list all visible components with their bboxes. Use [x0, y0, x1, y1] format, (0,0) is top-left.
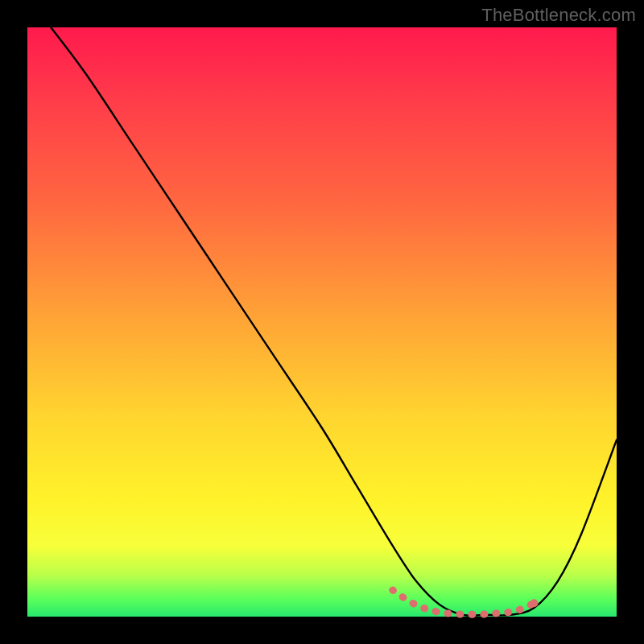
curve-layer — [27, 27, 617, 617]
bottleneck-curve — [51, 27, 617, 616]
sweet-spot-marker — [393, 590, 535, 614]
watermark-text: TheBottleneck.com — [481, 5, 636, 26]
chart-frame: TheBottleneck.com — [0, 0, 644, 644]
sweet-spot-end-dot — [530, 599, 539, 607]
plot-area — [27, 27, 617, 617]
